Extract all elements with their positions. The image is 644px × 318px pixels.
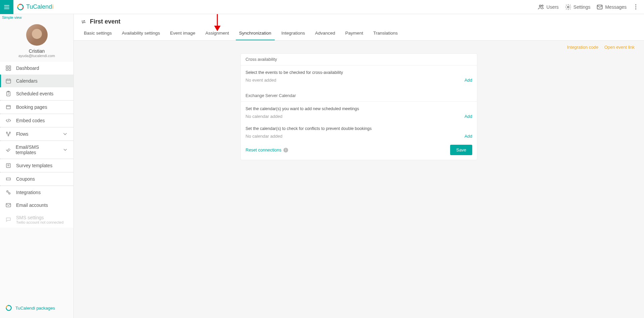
calendar-icon [5,78,11,84]
sidebar-item-coupons[interactable]: Coupons [0,173,73,185]
sidebar-item-label: Scheduled events [16,91,53,96]
sidebar-item-email-accounts[interactable]: Email accounts [0,199,73,212]
svg-rect-13 [9,69,11,71]
envelope-icon [5,202,11,208]
packages-label: TuCalendi packages [15,306,55,311]
profile-email: ayuda@tucalendi.com [18,54,55,58]
svg-point-24 [8,135,9,136]
page-head: First event Basic settingsAvailability s… [74,14,644,41]
svg-rect-12 [6,69,8,71]
tab-synchronization[interactable]: Synchronization [236,27,275,40]
open-event-link[interactable]: Open event link [604,45,635,50]
sidebar-item-calendars[interactable]: Calendars [0,75,73,87]
hamburger-icon [3,4,10,10]
svg-point-8 [567,6,569,8]
sidebar-item-integrations[interactable]: Integrations [0,186,73,199]
profile-name: Cristian [29,48,45,54]
save-button[interactable]: Save [450,145,472,155]
tab-event-image[interactable]: Event image [167,27,199,40]
tab-integrations[interactable]: Integrations [278,27,309,40]
sidebar-item-label: Calendars [16,78,38,84]
sync-panel: Cross availability Select the events to … [241,54,477,160]
swap-icon [80,19,87,25]
svg-point-22 [6,132,7,133]
add-event-button[interactable]: Add [465,78,472,83]
logo[interactable]: TuCalendi [13,3,53,11]
gear-icon [565,4,572,10]
sidebar-item-label: Email/SMS templates [16,144,58,155]
topbar: TuCalendi Users Settings Messages [0,0,644,14]
sidebar-item-label: Email accounts [16,202,48,208]
tab-payment[interactable]: Payment [342,27,366,40]
integration-code-link[interactable]: Integration code [567,45,598,50]
sidebar-footer[interactable]: TuCalendi packages [0,300,73,318]
topbar-right: Users Settings Messages [538,4,644,10]
panel-footer: Reset connections i Save [241,141,477,160]
sidebar-item-label: SMS settings [16,215,63,220]
add-calendar-button-2[interactable]: Add [465,134,472,139]
settings-link[interactable]: Settings [565,4,591,10]
exchange-helper-2: Set the calendar(s) to check for conflic… [246,126,472,131]
nav: Dashboard Calendars Scheduled events Boo… [0,62,73,228]
users-link[interactable]: Users [538,4,559,10]
messages-label: Messages [605,4,627,10]
sidebar-item-embed-codes[interactable]: Embed codes [0,114,73,127]
sidebar-item-templates[interactable]: Email/SMS templates [0,141,73,158]
survey-icon [5,163,11,169]
tab-translations[interactable]: Translations [370,27,401,40]
logo-icon [5,305,12,311]
tab-advanced[interactable]: Advanced [312,27,338,40]
envelope-icon [596,4,603,10]
brand-text-2: i [52,3,53,10]
svg-rect-20 [6,105,10,109]
main: First event Basic settingsAvailability s… [74,14,644,318]
brand-text-1: TuCalend [26,3,52,10]
panel-subhead-exchange: Exchange Server Calendar [241,90,477,102]
sidebar-item-sms-settings[interactable]: SMS settings Twilio account not connecte… [0,212,73,228]
dashboard-icon [5,65,11,71]
cross-availability-helper: Select the events to be checked for cros… [246,70,472,75]
svg-point-6 [539,5,541,7]
menu-button[interactable] [0,0,13,14]
panel-subhead-cross: Cross availability [241,54,477,65]
svg-point-23 [9,132,10,133]
plug-icon [5,189,11,195]
sidebar-item-survey-templates[interactable]: Survey templates [0,159,73,172]
add-calendar-button-1[interactable]: Add [465,114,472,119]
clipboard-check-icon [5,91,11,97]
avatar[interactable] [26,24,48,46]
sidebar-item-label: Flows [16,131,29,137]
exchange-section: Set the calendar(s) you want to add new … [241,102,477,141]
page-icon [5,104,11,110]
chevron-down-icon [62,147,68,153]
sidebar-item-label: Booking pages [16,104,47,110]
ticket-icon [5,176,11,182]
page-title: First event [90,18,120,25]
svg-rect-10 [6,66,8,67]
tabs: Basic settingsAvailability settingsEvent… [74,27,644,40]
sidebar-item-label: Survey templates [16,163,52,168]
reset-connections-link[interactable]: Reset connections i [246,147,288,152]
tab-availability-settings[interactable]: Availability settings [118,27,163,40]
sidebar-item-scheduled-events[interactable]: Scheduled events [0,87,73,100]
kebab-menu[interactable] [633,4,639,9]
settings-label: Settings [574,4,591,10]
sidebar-item-label: Integrations [16,190,41,195]
sidebar-item-label: Embed codes [16,118,45,123]
svg-rect-11 [9,66,11,67]
cross-availability-section: Select the events to be checked for cros… [241,65,477,90]
simple-view-link[interactable]: Simple view [0,14,73,21]
sidebar-item-label: Dashboard [16,65,39,71]
exchange-helper-1: Set the calendar(s) you want to add new … [246,106,472,111]
sidebar-item-flows[interactable]: Flows [0,128,73,140]
svg-rect-14 [6,79,11,83]
exchange-empty-2: No calendar added [246,134,282,139]
sidebar: Simple view Cristian ayuda@tucalendi.com… [0,14,74,318]
sidebar-item-booking-pages[interactable]: Booking pages [0,101,73,113]
tab-basic-settings[interactable]: Basic settings [80,27,115,40]
check-double-icon [5,147,11,153]
messages-link[interactable]: Messages [596,4,627,10]
tab-assignment[interactable]: Assignment [202,27,232,40]
sidebar-item-dashboard[interactable]: Dashboard [0,62,73,75]
sms-icon [5,217,11,223]
